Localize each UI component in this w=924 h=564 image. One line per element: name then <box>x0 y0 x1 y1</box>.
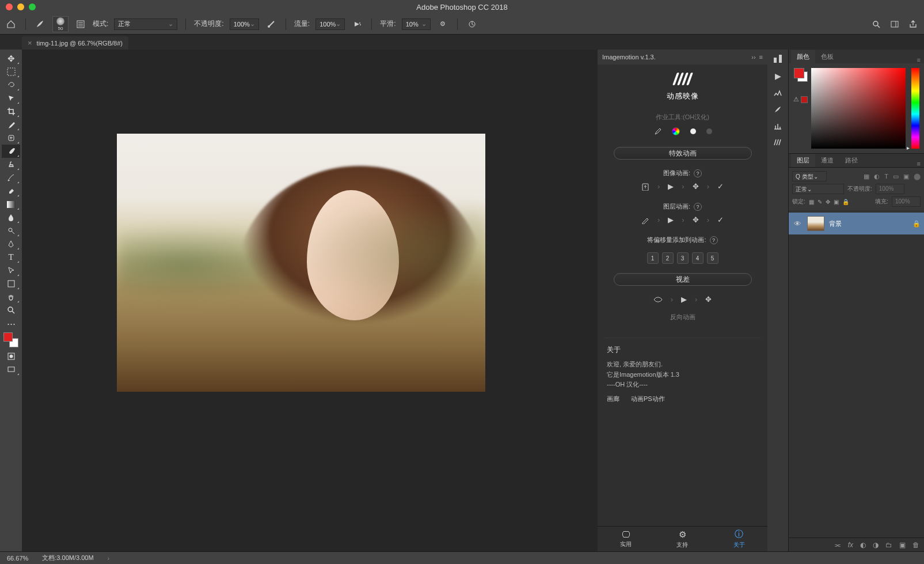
help-icon[interactable]: ? <box>694 169 702 177</box>
layer-opacity-input[interactable]: 100% <box>876 184 904 194</box>
move-plus-icon[interactable]: ✥ <box>693 215 699 224</box>
screen-mode-toggle[interactable] <box>2 363 20 376</box>
path-select-tool[interactable] <box>2 264 20 277</box>
dodge-tool[interactable] <box>2 224 20 237</box>
layer-fx-icon[interactable]: fx <box>848 541 853 549</box>
filter-toggle[interactable]: ⬤ <box>914 173 921 180</box>
brush-panel-toggle-icon[interactable] <box>74 18 87 31</box>
pen-tool[interactable] <box>2 237 20 251</box>
footer-useful-button[interactable]: 🖵实用 <box>598 527 654 551</box>
eye-icon[interactable] <box>653 297 663 302</box>
marquee-tool[interactable] <box>2 65 20 78</box>
actions-link[interactable]: 动画PS动作 <box>631 395 665 403</box>
layer-fill-input[interactable]: 100% <box>892 196 921 207</box>
check-icon[interactable]: ✓ <box>717 215 724 224</box>
filter-image-icon[interactable]: ▦ <box>864 173 869 180</box>
blend-mode-select[interactable]: 正常⌄ <box>792 184 844 194</box>
blend-mode-select[interactable]: 正常⌄ <box>114 18 177 30</box>
flow-input[interactable]: 100%⌄ <box>315 18 345 30</box>
move-plus-icon[interactable]: ✥ <box>693 182 699 191</box>
dot-white-icon[interactable] <box>690 128 696 134</box>
colorwheel-icon[interactable] <box>672 127 680 135</box>
collapse-icon[interactable]: ›› <box>751 54 755 60</box>
eraser-tool[interactable] <box>2 184 20 198</box>
type-tool[interactable]: T <box>2 251 20 264</box>
play-icon[interactable]: ▶ <box>668 182 674 191</box>
zoom-level[interactable]: 66.67% <box>7 555 28 562</box>
move-plus-icon[interactable]: ✥ <box>705 295 712 304</box>
gallery-link[interactable]: 画廊 <box>607 395 619 403</box>
smooth-input[interactable]: 10%⌄ <box>402 18 431 30</box>
eyedropper-plugin-icon[interactable] <box>653 127 661 135</box>
crop-tool[interactable] <box>2 105 20 118</box>
dock-play-icon[interactable]: ▶ <box>775 71 781 81</box>
move-tool[interactable]: ✥ <box>2 52 20 65</box>
panel-menu-icon[interactable]: ≡ <box>914 160 924 167</box>
lock-artboard-icon[interactable]: ▣ <box>834 199 839 205</box>
layer-thumbnail[interactable] <box>807 216 824 231</box>
link-layers-icon[interactable]: ⫘ <box>834 541 841 549</box>
quick-select-tool[interactable] <box>2 92 20 105</box>
quickmask-toggle[interactable] <box>2 350 20 363</box>
tab-paths[interactable]: 路径 <box>839 154 864 167</box>
history-brush-tool[interactable] <box>2 171 20 184</box>
delete-layer-icon[interactable]: 🗑 <box>912 541 919 549</box>
adjustment-layer-icon[interactable]: ◑ <box>873 541 879 549</box>
effects-header-button[interactable]: 特效动画 <box>614 147 752 160</box>
dot-dark-icon[interactable] <box>706 128 712 134</box>
brush-tool[interactable] <box>2 145 20 158</box>
export-icon[interactable] <box>641 183 649 191</box>
tab-color[interactable]: 颜色 <box>791 50 815 63</box>
layer-name[interactable]: 背景 <box>829 219 842 228</box>
offset-3-button[interactable]: 3 <box>677 252 689 264</box>
layer-mask-icon[interactable]: ◐ <box>860 541 866 549</box>
dock-icon-3[interactable] <box>773 89 782 97</box>
tab-layers[interactable]: 图层 <box>791 154 815 167</box>
smooth-settings-icon[interactable]: ⚙ <box>436 18 449 31</box>
parallax-header-button[interactable]: 视差 <box>614 273 752 286</box>
lock-position-icon[interactable]: ✥ <box>826 199 830 205</box>
color-picker[interactable] <box>811 68 906 149</box>
filter-type-icon[interactable]: T <box>884 173 888 180</box>
reverse-anim-label[interactable]: 反向动画 <box>670 313 695 321</box>
tablet-pressure-icon[interactable] <box>466 18 478 31</box>
help-icon[interactable]: ? <box>710 236 718 244</box>
brush-preview[interactable]: 50 <box>52 16 69 32</box>
visibility-eye-icon[interactable]: 👁 <box>792 219 803 228</box>
dock-icon-5[interactable] <box>773 122 782 130</box>
color-swatches[interactable] <box>2 330 20 350</box>
offset-5-button[interactable]: 5 <box>707 252 718 264</box>
foreground-color[interactable] <box>794 68 804 78</box>
opacity-pressure-icon[interactable] <box>265 18 277 31</box>
panel-menu-icon[interactable]: ≡ <box>914 56 924 63</box>
edit-toolbar[interactable]: ⋯ <box>2 317 20 330</box>
tab-channels[interactable]: 通道 <box>815 154 839 167</box>
opacity-input[interactable]: 100%⌄ <box>230 18 259 30</box>
share-icon[interactable] <box>907 18 919 31</box>
layer-filter[interactable]: Q 类型⌄ <box>792 171 827 181</box>
offset-1-button[interactable]: 1 <box>647 252 659 264</box>
filter-adjust-icon[interactable]: ◐ <box>874 173 880 180</box>
pen-plugin-icon[interactable] <box>641 216 649 224</box>
offset-4-button[interactable]: 4 <box>692 252 704 264</box>
maximize-window-button[interactable] <box>29 3 36 10</box>
footer-support-button[interactable]: ⚙支持 <box>654 527 710 551</box>
plugin-header[interactable]: Imagemotion v.1.3. ››≡ <box>598 50 767 65</box>
lock-paint-icon[interactable]: ✎ <box>817 199 822 205</box>
brush-tool-icon[interactable] <box>34 18 47 31</box>
home-icon[interactable] <box>5 18 17 31</box>
new-layer-icon[interactable]: ▣ <box>899 541 906 549</box>
airbrush-icon[interactable] <box>351 18 363 31</box>
check-icon[interactable]: ✓ <box>717 182 724 191</box>
shape-tool[interactable] <box>2 277 20 290</box>
healing-tool[interactable] <box>2 131 20 145</box>
panel-menu-icon[interactable]: ≡ <box>759 54 763 60</box>
lasso-tool[interactable] <box>2 78 20 92</box>
eyedropper-tool[interactable] <box>2 118 20 131</box>
close-tab-icon[interactable]: × <box>28 39 32 47</box>
dock-brush-icon[interactable] <box>773 105 782 114</box>
tab-swatches[interactable]: 色板 <box>815 50 839 63</box>
play-icon[interactable]: ▶ <box>668 215 674 224</box>
lock-pixels-icon[interactable]: ▦ <box>809 199 814 205</box>
blur-tool[interactable] <box>2 211 20 224</box>
